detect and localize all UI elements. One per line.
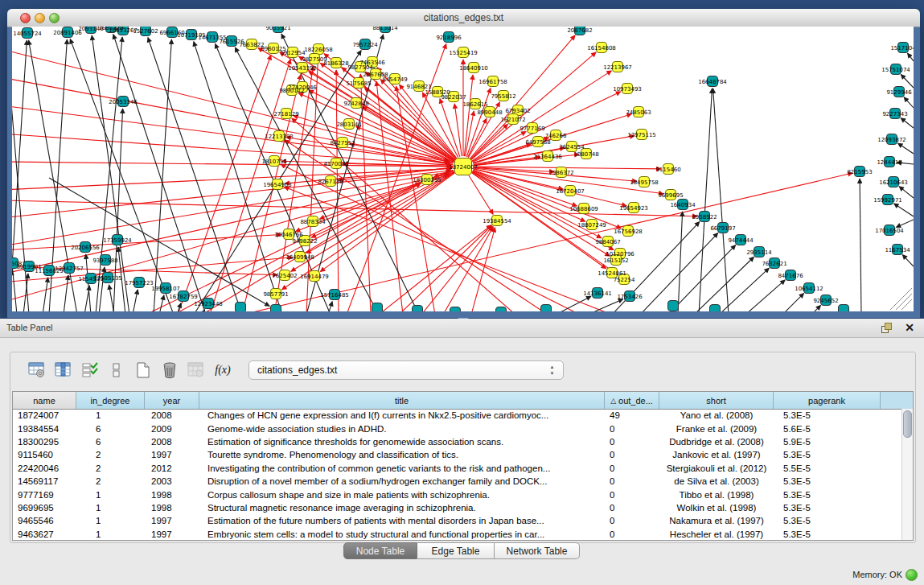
table-cell: 1 bbox=[76, 410, 145, 420]
table-row[interactable]: 1872400712008Changes of HCN gene express… bbox=[13, 409, 902, 422]
table-row[interactable]: 1456911722003Disruption of a novel membe… bbox=[13, 475, 902, 488]
svg-text:8990448: 8990448 bbox=[477, 109, 502, 116]
graph-node[interactable] bbox=[839, 305, 849, 312]
svg-text:6679197: 6679197 bbox=[710, 225, 735, 232]
table-cell: 2009 bbox=[145, 424, 199, 434]
network-graph[interactable]: 1872400714055724208914062093146168532910… bbox=[12, 27, 914, 311]
graph-node[interactable] bbox=[541, 305, 552, 312]
svg-text:7955812: 7955812 bbox=[491, 93, 515, 100]
table-cell: Disruption of a novel member of a sodium… bbox=[199, 476, 605, 486]
svg-text:9777169: 9777169 bbox=[519, 126, 544, 132]
table-cell: 22420046 bbox=[13, 463, 76, 473]
application-desktop: citations_edges.txt 18724007140557242089… bbox=[0, 0, 924, 585]
sort-ascending-icon: △ bbox=[610, 397, 616, 405]
svg-text:2935114: 2935114 bbox=[746, 249, 772, 256]
svg-text:18495758: 18495758 bbox=[630, 179, 659, 186]
table-cell: de Silva et al. (2003) bbox=[659, 476, 774, 486]
svg-text:1615152: 1615152 bbox=[603, 257, 628, 264]
column-header-name[interactable]: name bbox=[13, 392, 76, 409]
svg-text:14136141: 14136141 bbox=[583, 290, 612, 297]
svg-text:12923448: 12923448 bbox=[194, 301, 223, 307]
column-header-short[interactable]: short bbox=[659, 392, 774, 409]
svg-text:8471676: 8471676 bbox=[778, 273, 803, 279]
table-row[interactable]: 911546021997Tourette syndrome. Phenomeno… bbox=[13, 448, 902, 461]
graph-node[interactable] bbox=[413, 306, 423, 312]
row-selector-button[interactable] bbox=[106, 359, 127, 381]
table-cell: 1 bbox=[76, 490, 145, 500]
table-row[interactable]: 969969511998Structural magnetic resonanc… bbox=[13, 501, 902, 514]
svg-text:10543392: 10543392 bbox=[288, 65, 317, 72]
svg-text:8215953: 8215953 bbox=[847, 169, 872, 175]
graph-node[interactable] bbox=[668, 301, 679, 311]
table-cell: 9115460 bbox=[13, 450, 76, 459]
destroy-table-button[interactable] bbox=[186, 359, 207, 381]
svg-text:7957224: 7957224 bbox=[352, 42, 378, 48]
float-panel-icon[interactable] bbox=[881, 323, 892, 333]
table-cell: 6 bbox=[76, 424, 145, 434]
function-builder-button[interactable]: f(x) bbox=[212, 359, 233, 381]
svg-text:2718129: 2718129 bbox=[273, 111, 298, 117]
column-header-year[interactable]: year bbox=[145, 392, 199, 409]
svg-text:9115460: 9115460 bbox=[655, 167, 680, 173]
svg-text:7463546: 7463546 bbox=[359, 60, 385, 66]
node-table: namein_degreeyeartitle△out_de...shortpag… bbox=[12, 391, 914, 541]
svg-text:12213967: 12213967 bbox=[603, 64, 632, 71]
svg-text:752254: 752254 bbox=[614, 277, 635, 283]
table-cell: 2 bbox=[76, 450, 145, 459]
column-header-out_de[interactable]: △out_de... bbox=[605, 392, 659, 409]
table-cell: 9463627 bbox=[13, 529, 76, 539]
table-cell: 1997 bbox=[145, 529, 199, 539]
column-header-pagerank[interactable]: pagerank bbox=[774, 392, 881, 409]
delete-selected-button[interactable] bbox=[159, 359, 180, 381]
graph-node[interactable] bbox=[236, 303, 246, 312]
node-labels-layer: 1872400714055724208914062093146168532910… bbox=[12, 27, 914, 307]
table-selector-dropdown[interactable]: citations_edges.txt ▲▼ bbox=[248, 360, 564, 380]
table-cell: 0 bbox=[605, 490, 659, 500]
column-header-title[interactable]: title bbox=[199, 392, 605, 409]
svg-text:7986372: 7986372 bbox=[548, 170, 573, 176]
graph-node[interactable] bbox=[710, 305, 721, 312]
window-title: citations_edges.txt bbox=[7, 12, 920, 23]
svg-text:18226058: 18226058 bbox=[304, 47, 333, 53]
tab-node-table[interactable]: Node Table bbox=[343, 542, 417, 559]
table-row[interactable]: 946362711997Embryonic stem cells: a mode… bbox=[13, 528, 902, 540]
svg-text:8938922: 8938922 bbox=[692, 214, 717, 220]
show-columns-button[interactable] bbox=[53, 359, 74, 381]
window-titlebar[interactable]: citations_edges.txt bbox=[7, 9, 920, 27]
table-cell: 5.3E-5 bbox=[774, 450, 881, 459]
table-row[interactable]: 1938455462009Genome-wide association stu… bbox=[13, 422, 902, 435]
table-cell: 0 bbox=[605, 529, 659, 539]
create-table-button[interactable] bbox=[133, 359, 154, 381]
table-cell: 2 bbox=[76, 463, 145, 473]
table-panel: Table Panel ✕ bbox=[0, 319, 924, 585]
svg-text:8878334: 8878334 bbox=[300, 219, 326, 225]
svg-text:5175685: 5175685 bbox=[346, 80, 371, 87]
tab-edge-table[interactable]: Edge Table bbox=[417, 542, 495, 559]
svg-text:8813014: 8813014 bbox=[372, 27, 398, 31]
scrollbar-thumb[interactable] bbox=[903, 410, 912, 438]
table-row[interactable]: 946554611997Estimation of the future num… bbox=[13, 514, 902, 527]
column-header-in_degree[interactable]: in_degree bbox=[76, 392, 145, 409]
svg-text:9242848: 9242848 bbox=[343, 101, 368, 107]
table-header-row: namein_degreeyeartitle△out_de...shortpag… bbox=[13, 392, 913, 410]
graph-node[interactable] bbox=[271, 305, 281, 312]
memory-status-indicator[interactable] bbox=[906, 569, 918, 581]
graph-node[interactable] bbox=[450, 307, 461, 312]
tab-network-table[interactable]: Network Table bbox=[495, 542, 580, 559]
svg-text:9218596: 9218596 bbox=[436, 35, 462, 41]
graph-node[interactable] bbox=[496, 307, 507, 312]
close-panel-icon[interactable]: ✕ bbox=[905, 321, 914, 334]
select-all-columns-button[interactable] bbox=[80, 359, 101, 381]
table-rows: 1872400712008Changes of HCN gene express… bbox=[13, 409, 902, 540]
resize-grip-icon[interactable] bbox=[890, 288, 912, 310]
table-cell: 0 bbox=[605, 463, 659, 473]
table-row[interactable]: 977716911998Corpus callosum shape and si… bbox=[13, 488, 902, 501]
table-cell: Estimation of significance thresholds fo… bbox=[199, 437, 605, 447]
table-cell: 19384554 bbox=[13, 424, 76, 434]
table-row[interactable]: 2242004622012Investigating the contribut… bbox=[13, 462, 902, 475]
graph-node[interactable] bbox=[372, 303, 383, 312]
vertical-scrollbar[interactable] bbox=[901, 409, 913, 540]
table-row[interactable]: 1830029562008Estimation of significance … bbox=[13, 435, 902, 448]
svg-text:9227343: 9227343 bbox=[882, 111, 907, 117]
table-settings-button[interactable] bbox=[27, 359, 47, 381]
